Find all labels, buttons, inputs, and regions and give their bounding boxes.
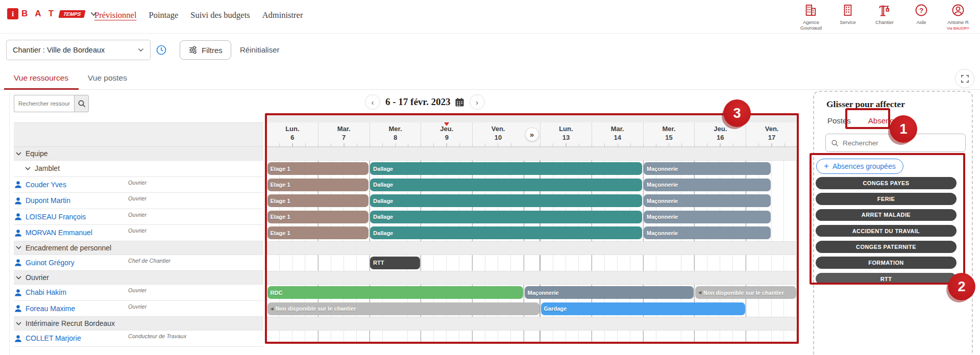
person-name-link[interactable]: LOISEAU François xyxy=(26,213,86,221)
gantt-bar-dallage[interactable]: Dallage xyxy=(370,162,642,175)
menu-item-pr-visionnel[interactable]: Prévisionnel xyxy=(94,10,137,20)
gantt-quarter-ticks xyxy=(694,143,746,147)
table-row-person[interactable]: MORVAN EmmanuelOuvrier xyxy=(14,225,263,241)
history-clock-icon[interactable] xyxy=(156,44,167,58)
table-row-person[interactable]: LOISEAU FrançoisOuvrier xyxy=(14,209,263,225)
tune-sliders-icon xyxy=(188,45,198,55)
table-row-person[interactable]: COLLET MarjorieConducteur de Travaux xyxy=(14,331,263,347)
gantt-bar-label: Etage 1 xyxy=(271,214,290,220)
absence-pill-ferie[interactable]: FERIE xyxy=(816,193,957,205)
spacer-row xyxy=(14,347,263,355)
table-row-group[interactable]: Intérimaire Recrut Bordeaux xyxy=(14,317,263,331)
absence-pill-conges-payes[interactable]: CONGES PAYES xyxy=(816,177,957,189)
person-name-link[interactable]: Dupont Martin xyxy=(26,196,70,205)
absence-pill-arret-maladie[interactable]: ARRET MALADIE xyxy=(816,209,957,221)
tab-postes[interactable]: Postes xyxy=(827,116,851,125)
person-name-link[interactable]: Chabi Hakim xyxy=(26,288,66,296)
gantt-bar-etage-1[interactable]: Etage 1 xyxy=(267,179,369,191)
filters-button[interactable]: Filtres xyxy=(180,40,231,60)
absence-type-list: CONGES PAYESFERIEARRET MALADIEACCIDENT D… xyxy=(816,177,957,289)
table-row-person[interactable]: Guinot GrégoryChef de Chantier xyxy=(14,255,263,271)
person-name-link[interactable]: Foreau Maxime xyxy=(26,305,75,313)
table-row-subgroup[interactable]: Jamblet xyxy=(14,161,263,177)
absence-pill-formation[interactable]: FORMATION xyxy=(816,257,957,269)
app-logo[interactable]: i B A T TEMPS xyxy=(7,8,97,19)
gantt-bar-ma-onnerie[interactable]: Maçonnerie xyxy=(644,211,771,223)
next-week-button[interactable]: › xyxy=(470,94,485,110)
chevron-down-icon xyxy=(138,48,144,52)
tab-vue-ressources[interactable]: Vue ressources xyxy=(14,73,68,83)
quick-link-service[interactable]: Service xyxy=(833,3,863,31)
gantt-bar-non-disponible-sur-le-chantier[interactable]: ◀Non disponible sur le chantier xyxy=(267,302,540,315)
absence-pill-accident-du-travail[interactable]: ACCIDENT DU TRAVAIL xyxy=(816,225,957,237)
table-row-group[interactable]: Equipe xyxy=(14,147,263,161)
table-row-person[interactable]: Chabi HakimOuvrier xyxy=(14,285,263,301)
person-role: Chef de Chantier xyxy=(128,258,170,264)
prev-week-button[interactable]: ‹ xyxy=(365,94,380,110)
menu-item-suivi-des-budgets[interactable]: Suivi des budgets xyxy=(190,10,250,20)
date-range-label[interactable]: 6 - 17 févr. 2023 xyxy=(385,96,464,108)
gantt-day-number: 9 xyxy=(421,134,472,141)
gantt-bar-etage-1[interactable]: Etage 1 xyxy=(267,211,369,223)
resource-table-header xyxy=(14,122,263,147)
gantt-bar-ma-onnerie[interactable]: Maçonnerie xyxy=(644,226,771,239)
gantt-bar-dallage[interactable]: Dallage xyxy=(370,194,642,207)
fullscreen-button[interactable] xyxy=(955,69,974,88)
gantt-bar-rtt[interactable]: RTT xyxy=(370,257,420,269)
gantt-bar-etage-1[interactable]: Etage 1 xyxy=(267,226,369,239)
quick-link-chantier[interactable]: Chantier xyxy=(870,3,899,31)
absence-pill-rtt[interactable]: RTT xyxy=(816,273,957,285)
resource-search-input[interactable] xyxy=(14,95,74,112)
chantier-select[interactable]: Chantier : Ville de Bordeaux xyxy=(6,40,151,60)
gantt-bar-ma-onnerie[interactable]: Maçonnerie xyxy=(644,179,771,191)
gantt-bar-etage-1[interactable]: Etage 1 xyxy=(267,162,369,175)
gantt-bar-etage-1[interactable]: Etage 1 xyxy=(267,194,369,207)
view-tabs-row: Vue ressources Vue postes xyxy=(0,66,980,90)
chevron-down-icon[interactable] xyxy=(25,167,31,170)
grouped-absences-button[interactable]: + Absences groupées xyxy=(816,159,903,174)
gantt-quarter-ticks xyxy=(266,143,318,147)
gantt-bar-dallage[interactable]: Dallage xyxy=(370,179,642,191)
person-role: Ouvrier xyxy=(128,287,146,293)
quick-link-aide[interactable]: ?Aide xyxy=(906,3,936,31)
quick-link-antoine-r[interactable]: Antoine RVia BAUDRY xyxy=(943,3,973,31)
gantt-bar-label: Gardage xyxy=(544,306,567,312)
gantt-bar-ma-onnerie[interactable]: Maçonnerie xyxy=(644,194,771,207)
gantt-day-number: 16 xyxy=(695,134,746,141)
svg-text:?: ? xyxy=(919,7,923,14)
person-name-link[interactable]: Couder Yves xyxy=(26,181,66,189)
active-tab-underline xyxy=(4,88,79,90)
tree-group-label: Ouvrier xyxy=(26,273,49,282)
person-name-link[interactable]: MORVAN Emmanuel xyxy=(26,229,92,237)
person-name-link[interactable]: COLLET Marjorie xyxy=(26,334,81,342)
gantt-bar-ma-onnerie[interactable]: Maçonnerie xyxy=(644,162,771,175)
reset-button[interactable]: Réinitialiser xyxy=(240,45,280,54)
chevron-down-icon[interactable] xyxy=(16,152,21,156)
menu-item-administrer[interactable]: Administrer xyxy=(262,10,303,20)
tab-vue-postes[interactable]: Vue postes xyxy=(88,73,127,83)
skip-weekend-button[interactable]: » xyxy=(525,128,539,141)
gantt-bar-label: Etage 1 xyxy=(271,182,290,188)
gantt-bar-gardage[interactable]: Gardage xyxy=(541,302,745,315)
quick-link-agence-gouroaud[interactable]: Agence Gouroaud xyxy=(796,3,826,31)
gantt-bar-non-disponible-sur-le-chantier[interactable]: ◀Non disponible sur le chantier xyxy=(695,286,797,299)
table-row-person[interactable]: Foreau MaximeOuvrier xyxy=(14,301,263,317)
grouped-absences-label: Absences groupées xyxy=(832,162,896,170)
gantt-bar-ma-onnerie[interactable]: Maçonnerie xyxy=(525,286,694,299)
gantt-bar-label: Maçonnerie xyxy=(647,182,678,188)
table-row-group[interactable]: Encadrement de personnel xyxy=(14,241,263,255)
person-name-link[interactable]: Guinot Grégory xyxy=(26,259,75,267)
table-row-group[interactable]: Ouvrier xyxy=(14,271,263,285)
gantt-bar-dallage[interactable]: Dallage xyxy=(370,226,642,239)
table-row-person[interactable]: Couder YvesOuvrier xyxy=(14,177,263,193)
table-row-person[interactable]: Dupont MartinOuvrier xyxy=(14,193,263,209)
chevron-down-icon[interactable] xyxy=(16,322,21,325)
menu-item-pointage[interactable]: Pointage xyxy=(149,10,179,20)
gantt-bar-label: RTT xyxy=(373,260,384,266)
absence-pill-conges-paternite[interactable]: CONGES PATERNITE xyxy=(816,241,957,253)
gantt-bar-dallage[interactable]: Dallage xyxy=(370,211,642,223)
gantt-bar-rdc[interactable]: RDC xyxy=(267,286,523,299)
chevron-down-icon[interactable] xyxy=(16,246,21,249)
chevron-down-icon[interactable] xyxy=(16,276,21,280)
resource-search-button[interactable] xyxy=(74,95,89,112)
